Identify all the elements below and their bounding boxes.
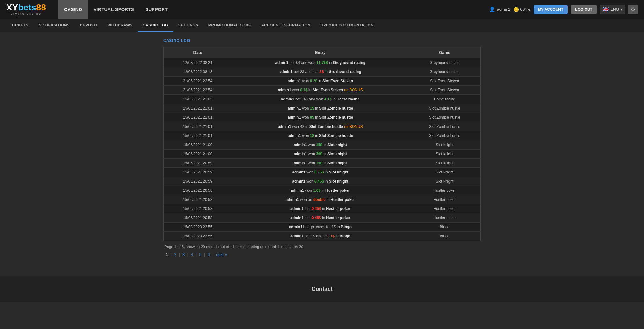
table-row: 15/06/2021 21:01admin1 won 4$ in Slot Zo… [164,122,481,131]
subnav-withdraws[interactable]: WITHDRAWS [103,19,138,32]
cell-game: Slot Zombie hustle [409,104,481,113]
cell-entry: admin1 won 0.75$ in Slot knight [232,168,409,177]
nav-casino[interactable]: CASINO [58,0,88,19]
content-area: CASINO LOG Date Entry Game 12/08/2022 08… [157,32,487,264]
table-row: 15/06/2021 20:59admin1 won 0.75$ in Slot… [164,168,481,177]
lang-label: ENG [611,7,619,12]
cell-game: Bingo [409,232,481,241]
table-row: 15/06/2021 21:01admin1 won 1$ in Slot Zo… [164,104,481,113]
table-row: 15/09/2020 23:55admin1 bet 1$ and lost 1… [164,232,481,241]
cell-entry: admin1 won on double in Hustler poker [232,195,409,204]
cell-date: 15/06/2021 20:59 [164,168,232,177]
cell-entry: admin1 won 0.45$ in Slot knight [232,177,409,186]
cell-date: 15/06/2021 20:58 [164,186,232,195]
cell-date: 15/06/2021 21:01 [164,122,232,131]
balance-amount: 684 € [520,7,530,12]
sub-navigation: TICKETS NOTIFICATIONS DEPOSIT WITHDRAWS … [0,19,644,32]
main-nav: CASINO VIRTUAL SPORTS SUPPORT [58,0,489,19]
subnav-account-information[interactable]: ACCOUNT INFORMATION [256,19,316,32]
right-nav: 👤 admin1 🪙 684 € MY ACCOUNT LOG OUT 🇬🇧 E… [489,5,638,14]
cell-date: 15/06/2021 21:01 [164,131,232,140]
cell-game: Hustler poker [409,195,481,204]
table-row: 21/06/2021 22:54admin1 won 0.2$ in Slot … [164,77,481,86]
nav-support[interactable]: SUPPORT [140,0,173,19]
logo-num: 88 [36,3,46,12]
cell-entry: admin1 won 1.6$ in Hustler poker [232,186,409,195]
subnav-promotional-code[interactable]: PROMOTIONAL CODE [203,19,256,32]
cell-date: 15/06/2021 21:00 [164,150,232,159]
cell-game: Hustler poker [409,186,481,195]
table-row: 15/06/2021 21:00admin1 won 15$ in Slot k… [164,140,481,150]
page-1[interactable]: 1 [164,252,169,258]
subnav-deposit[interactable]: DEPOSIT [75,19,103,32]
col-game: Game [409,47,481,58]
cell-entry: admin1 bet 8$ and won 11.75$ in Greyhoun… [232,58,409,67]
pagination: 1 | 2 | 3 | 4 | 5 | 6 | next » [164,252,481,258]
cell-date: 15/06/2021 20:58 [164,213,232,223]
logout-button[interactable]: LOG OUT [571,5,597,14]
table-row: 15/06/2021 20:58admin1 lost 0.45$ in Hus… [164,213,481,223]
table-row: 15/06/2021 21:02admin1 bet 54$ and won 4… [164,95,481,104]
cell-game: Slot knight [409,140,481,150]
table-row: 15/06/2021 20:58admin1 lost 0.45$ in Hus… [164,204,481,213]
table-row: 15/06/2021 21:01admin1 won 8$ in Slot Zo… [164,113,481,122]
page-next[interactable]: next » [215,252,228,258]
cell-date: 15/06/2021 21:00 [164,140,232,150]
page-6[interactable]: 6 [206,252,211,258]
cell-game: Slot Zombie hustle [409,122,481,131]
cell-entry: admin1 won 15$ in Slot knight [232,140,409,150]
cell-entry: admin1 won 36$ in Slot knight [232,150,409,159]
cell-date: 15/06/2021 21:02 [164,95,232,104]
nav-virtual-sports[interactable]: VIRTUAL SPORTS [88,0,140,19]
user-info: 👤 admin1 [489,6,510,12]
cell-entry: admin1 won 1$ in Slot Zombie hustle [232,104,409,113]
logo-sub: crypto casino [6,12,46,15]
logo[interactable]: XYbets88 crypto casino [6,3,46,15]
col-date: Date [164,47,232,58]
cell-date: 12/08/2022 08:21 [164,58,232,67]
flag-icon: 🇬🇧 [603,6,609,12]
cell-game: Horse racing [409,95,481,104]
cell-entry: admin1 lost 0.45$ in Hustler poker [232,213,409,223]
page-3[interactable]: 3 [181,252,186,258]
table-row: 15/06/2021 21:00admin1 won 36$ in Slot k… [164,150,481,159]
subnav-tickets[interactable]: TICKETS [6,19,34,32]
subnav-upload-documentation[interactable]: UPLOAD DOCUMENTATION [315,19,379,32]
page-2[interactable]: 2 [173,252,178,258]
cell-game: Bingo [409,223,481,232]
cell-game: Hustler poker [409,204,481,213]
table-row: 15/06/2021 21:01admin1 won 1$ in Slot Zo… [164,131,481,140]
cell-date: 15/06/2021 20:59 [164,177,232,186]
subnav-casino-log[interactable]: CASINO LOG [138,19,173,32]
balance-display: 🪙 684 € [514,7,530,12]
chevron-down-icon: ▾ [620,7,622,12]
table-row: 15/06/2021 20:59admin1 won 0.45$ in Slot… [164,177,481,186]
cell-date: 12/08/2022 08:18 [164,67,232,77]
cell-game: Slot Zombie hustle [409,113,481,122]
cell-date: 15/06/2021 21:01 [164,113,232,122]
cell-date: 21/06/2021 22:54 [164,86,232,95]
cell-date: 15/06/2021 20:58 [164,204,232,213]
col-entry: Entry [232,47,409,58]
contact-section: Contact [0,276,644,302]
section-title: CASINO LOG [163,38,481,43]
my-account-button[interactable]: MY ACCOUNT [534,5,568,14]
page-4[interactable]: 4 [190,252,194,258]
cell-entry: admin1 won 8$ in Slot Zombie hustle [232,113,409,122]
language-selector[interactable]: 🇬🇧 ENG ▾ [600,5,625,14]
cell-entry: admin1 bet 54$ and won 4.1$ in Horse rac… [232,95,409,104]
cell-game: Slot knight [409,177,481,186]
cell-game: Greyhound racing [409,67,481,77]
page-5[interactable]: 5 [198,252,203,258]
cell-entry: admin1 won 0.2$ in Slot Even Steven [232,77,409,86]
subnav-settings[interactable]: SETTINGS [173,19,203,32]
logo-xy: XY [6,3,18,12]
logo-bets: bets [18,3,36,12]
table-row: 12/08/2022 08:18admin1 bet 2$ and lost 2… [164,67,481,77]
username-display: admin1 [497,7,510,12]
settings-gear-button[interactable]: ⚙ [628,5,638,14]
user-icon: 👤 [489,6,495,12]
subnav-notifications[interactable]: NOTIFICATIONS [34,19,75,32]
cell-entry: admin1 bought cards for 1$ in Bingo [232,223,409,232]
cell-game: Greyhound racing [409,58,481,67]
